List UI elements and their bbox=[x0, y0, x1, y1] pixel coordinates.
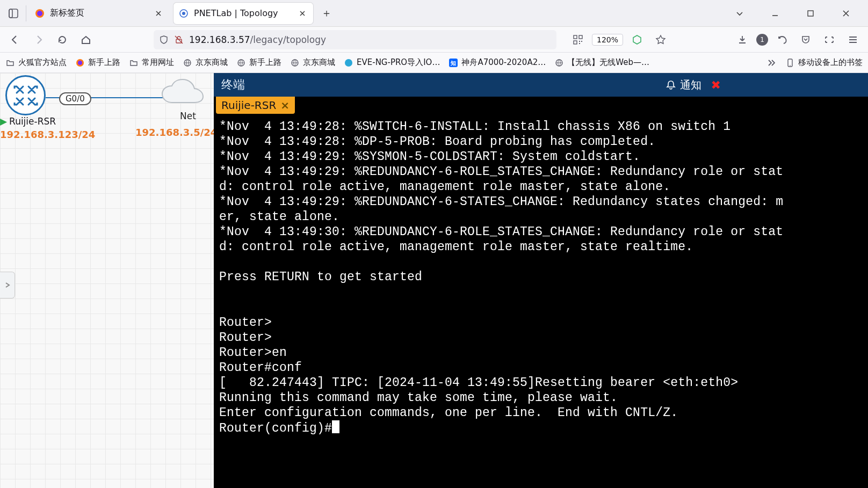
home-button[interactable] bbox=[76, 30, 96, 49]
router-label: ▶ Ruijie-RSR bbox=[0, 116, 56, 127]
new-tab-button[interactable]: ＋ bbox=[317, 4, 336, 23]
svg-rect-0 bbox=[9, 9, 18, 18]
svg-rect-8 bbox=[574, 35, 577, 39]
terminal-output[interactable]: *Nov 4 13:49:28: %SWITCH-6-INSTALL: Inst… bbox=[214, 116, 868, 488]
lock-insecure-icon bbox=[174, 35, 184, 45]
bookmarks-bar: 火狐官方站点 新手上路 常用网址 京东商城 新手上路 京东商城 EVE-NG-P… bbox=[0, 53, 868, 73]
tabs-overview-button[interactable] bbox=[4, 4, 23, 23]
more-bookmarks-button[interactable] bbox=[761, 53, 780, 72]
router-ip-label: 192.168.3.123/24 bbox=[0, 129, 95, 140]
bookmark-label: 常用网址 bbox=[142, 57, 174, 68]
tab-pnetlab[interactable]: PNETLab | Topology bbox=[173, 3, 313, 24]
terminal-tab[interactable]: Ruijie-RSR × bbox=[216, 97, 295, 114]
forward-button[interactable] bbox=[29, 30, 48, 49]
globe-icon bbox=[236, 58, 246, 68]
notification-panel[interactable]: 通知 ✖ bbox=[662, 78, 860, 92]
mobile-icon bbox=[785, 58, 795, 68]
bookmark-label: 京东商城 bbox=[196, 57, 228, 68]
bookmark-item[interactable]: 新手上路 bbox=[75, 57, 120, 68]
bookmark-item[interactable]: 新手上路 bbox=[236, 57, 281, 68]
extension-hexagon-icon[interactable] bbox=[627, 30, 647, 49]
bookmark-star-icon[interactable] bbox=[651, 30, 670, 49]
url-bar[interactable]: 192.168.3.57/legacy/topology bbox=[154, 30, 556, 49]
tabs-dropdown-button[interactable] bbox=[727, 4, 752, 23]
tab-new[interactable]: 新标签页 bbox=[30, 3, 169, 24]
bookmark-label: 火狐官方站点 bbox=[18, 57, 67, 68]
sidebar-expand-handle[interactable] bbox=[0, 272, 15, 298]
svg-text:知: 知 bbox=[450, 60, 456, 66]
close-button[interactable] bbox=[834, 4, 858, 23]
svg-rect-13 bbox=[579, 43, 580, 44]
notify-label: 通知 bbox=[680, 78, 701, 92]
svg-rect-12 bbox=[581, 41, 582, 42]
terminal-tabstrip: Ruijie-RSR × bbox=[214, 97, 868, 116]
svg-point-5 bbox=[182, 12, 185, 15]
terminal-text: *Nov 4 13:49:28: %SWITCH-6-INSTALL: Inst… bbox=[219, 120, 783, 435]
terminal-tab-label: Ruijie-RSR bbox=[221, 99, 276, 112]
titlebar: 新标签页 PNETLab | Topology ＋ bbox=[0, 0, 868, 27]
router-icon bbox=[12, 82, 39, 109]
firefox-icon bbox=[35, 9, 45, 18]
bookmark-label: 神舟A7000-2020A2… bbox=[461, 57, 546, 68]
cloud-ip-label: 192.168.3.5/24 bbox=[135, 127, 217, 138]
bookmark-item[interactable]: 京东商城 bbox=[290, 57, 335, 68]
svg-point-3 bbox=[37, 11, 42, 16]
svg-rect-11 bbox=[579, 41, 580, 42]
zoom-indicator[interactable]: 120% bbox=[592, 34, 623, 46]
folder-icon bbox=[129, 58, 139, 68]
back-button[interactable] bbox=[5, 30, 25, 49]
bookmark-item[interactable]: 常用网址 bbox=[129, 57, 174, 68]
url-host: 192.168.3.57 bbox=[189, 34, 250, 45]
bookmark-item[interactable]: 京东商城 bbox=[183, 57, 228, 68]
url-text: 192.168.3.57/legacy/topology bbox=[189, 34, 326, 45]
terminal-title: 终端 bbox=[221, 77, 245, 93]
pocket-button[interactable] bbox=[796, 30, 815, 49]
bookmark-label: 京东商城 bbox=[303, 57, 335, 68]
svg-point-24 bbox=[790, 65, 791, 66]
folder-icon bbox=[5, 58, 15, 68]
bell-icon bbox=[666, 80, 676, 90]
url-path: /legacy/topology bbox=[250, 34, 327, 45]
page-content: G0/0 ▶ Ruijie-RSR 192.168.3.123/24 Net 1… bbox=[0, 73, 868, 488]
undo-button[interactable] bbox=[772, 30, 792, 49]
globe-icon bbox=[554, 58, 564, 68]
svg-rect-10 bbox=[574, 41, 577, 44]
cloud-node[interactable] bbox=[158, 78, 207, 111]
bookmark-item[interactable]: EVE-NG-PRO导入IO… bbox=[344, 57, 440, 68]
terminal-tab-close-icon[interactable]: × bbox=[280, 99, 290, 112]
qr-icon[interactable] bbox=[568, 30, 588, 49]
link-interface-label[interactable]: G0/0 bbox=[59, 92, 91, 105]
terminal-titlebar[interactable]: 终端 通知 ✖ bbox=[214, 73, 868, 97]
tab-title: 新标签页 bbox=[50, 8, 148, 19]
tab-strip: 新标签页 PNETLab | Topology ＋ bbox=[30, 3, 336, 24]
reload-button[interactable] bbox=[53, 30, 72, 49]
cloud-icon bbox=[158, 78, 207, 111]
tab-close-button[interactable] bbox=[297, 8, 308, 19]
mobile-bookmarks[interactable]: 移动设备上的书签 bbox=[785, 57, 863, 68]
bookmark-overflow: 移动设备上的书签 bbox=[761, 53, 863, 72]
eve-icon bbox=[344, 58, 353, 68]
play-icon: ▶ bbox=[0, 116, 7, 127]
downloads-button[interactable] bbox=[733, 30, 752, 49]
bookmark-label: 新手上路 bbox=[88, 57, 120, 68]
svg-point-19 bbox=[345, 59, 352, 67]
terminal-window: 终端 通知 ✖ Ruijie-RSR × *Nov 4 13:49:28: %S… bbox=[214, 73, 868, 488]
bookmark-item[interactable]: 火狐官方站点 bbox=[5, 57, 67, 68]
router-node[interactable] bbox=[5, 75, 46, 115]
screenshot-button[interactable] bbox=[820, 30, 839, 49]
tab-close-button[interactable] bbox=[153, 8, 164, 19]
window-controls bbox=[727, 4, 864, 23]
nav-toolbar: 192.168.3.57/legacy/topology 120% 1 bbox=[0, 27, 868, 53]
topology-canvas[interactable]: G0/0 ▶ Ruijie-RSR 192.168.3.123/24 Net 1… bbox=[0, 73, 868, 488]
app-menu-button[interactable] bbox=[843, 30, 863, 49]
bookmark-item[interactable]: 【无线】无线Web—… bbox=[554, 57, 649, 68]
bookmark-label: 移动设备上的书签 bbox=[798, 57, 863, 68]
terminal-cursor bbox=[332, 420, 339, 433]
minimize-button[interactable] bbox=[763, 4, 787, 23]
notification-count[interactable]: 1 bbox=[756, 34, 768, 46]
bookmark-label: EVE-NG-PRO导入IO… bbox=[357, 57, 440, 68]
bookmark-item[interactable]: 知神舟A7000-2020A2… bbox=[449, 57, 546, 68]
notify-close-icon[interactable]: ✖ bbox=[706, 78, 721, 92]
maximize-button[interactable] bbox=[798, 4, 823, 23]
svg-rect-9 bbox=[579, 35, 582, 39]
